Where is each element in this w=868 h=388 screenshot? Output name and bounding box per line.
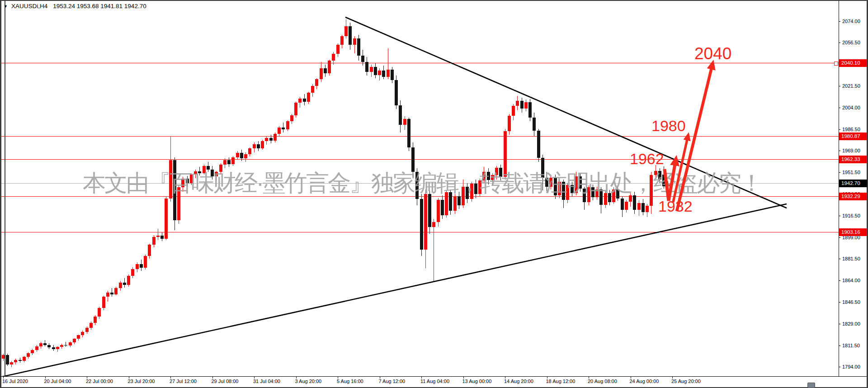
symbol-header: ▼ XAUUSDi,H4 1953.24 1953.68 1941.81 194… [4, 3, 146, 9]
price-tick-mark [839, 129, 840, 130]
line-handle[interactable] [834, 62, 838, 66]
current-price-badge: 1942.70 [839, 180, 867, 187]
price-tick-mark [839, 345, 840, 346]
time-tick-label: 13 Aug 00:00 [462, 379, 492, 384]
time-tick-label: 14 Aug 20:00 [504, 379, 533, 384]
price-tick-label: 1811.50 [842, 343, 860, 349]
level-price-badge: 1980.87 [839, 132, 867, 140]
level-price-badge: 1903.16 [839, 228, 867, 236]
window-border-left-inner [5, 1, 5, 376]
price-tick-mark [839, 21, 840, 22]
price-tick-mark [839, 86, 840, 86]
forecast-price-label[interactable]: 2040 [694, 45, 731, 62]
forecast-price-label[interactable]: 1932 [658, 199, 693, 214]
price-tick-label: 1829.00 [842, 321, 860, 327]
price-tick-label: 1986.50 [842, 127, 860, 132]
window-border-top [0, 0, 868, 1]
symbol-timeframe-label: XAUUSDi,H4 [11, 3, 47, 9]
price-tick-mark [839, 280, 840, 281]
forecast-arrows-layer[interactable] [0, 0, 868, 388]
time-tick-label: 20 Aug 08:00 [588, 379, 617, 384]
price-tick-mark [839, 216, 840, 216]
price-tick-label: 1969.00 [842, 148, 860, 154]
time-tick-label: 16 Jul 2020 [2, 379, 28, 384]
price-tick-label: 2004.00 [842, 105, 860, 111]
price-tick-mark [839, 237, 840, 238]
time-tick-label: 27 Jul 12:00 [170, 379, 197, 384]
level-price-badge: 1932.29 [839, 193, 867, 200]
window-border-left [0, 0, 1, 388]
time-tick-label: 5 Aug 16:00 [337, 379, 363, 384]
price-tick-mark [839, 259, 840, 259]
time-tick-label: 20 Jul 04:00 [44, 379, 71, 384]
time-tick-label: 3 Aug 20:00 [295, 379, 322, 384]
price-tick-mark [839, 43, 840, 43]
price-tick-label: 1951.50 [842, 170, 860, 175]
price-axis-line [839, 1, 839, 377]
forecast-price-label[interactable]: 1980 [651, 118, 686, 133]
price-tick-mark [839, 324, 840, 324]
dropdown-arrow-icon[interactable]: ▼ [4, 4, 8, 9]
price-tick-label: 1864.00 [842, 278, 860, 284]
price-tick-label: 1881.50 [842, 256, 860, 262]
ohlc-quote-text: 1953.24 1953.68 1941.81 1942.70 [53, 3, 146, 9]
price-tick-label: 2021.50 [842, 83, 860, 89]
price-tick-label: 1794.00 [842, 364, 860, 370]
quick-nav-icon[interactable] [807, 383, 815, 388]
price-tick-label: 1916.50 [842, 213, 860, 219]
price-tick-label: 1846.50 [842, 299, 860, 305]
time-tick-label: 22 Jul 00:00 [86, 379, 113, 384]
price-tick-mark [839, 151, 840, 151]
level-price-badge: 1962.33 [839, 156, 867, 163]
time-tick-label: 23 Jul 20:00 [128, 379, 155, 384]
time-tick-label: 29 Jul 08:00 [212, 379, 239, 384]
time-tick-label: 7 Aug 12:00 [379, 379, 406, 384]
chart-window[interactable]: ▼ XAUUSDi,H4 1953.24 1953.68 1941.81 194… [0, 0, 868, 388]
price-tick-mark [839, 302, 840, 303]
price-tick-mark [839, 108, 840, 108]
time-tick-label: 18 Aug 12:00 [546, 379, 576, 384]
forecast-arrow[interactable] [677, 66, 712, 211]
price-tick-label: 2074.00 [842, 19, 860, 24]
time-tick-label: 31 Jul 04:00 [253, 379, 280, 384]
level-price-badge: 2040.10 [839, 59, 867, 67]
time-tick-label: 11 Aug 04:00 [420, 379, 449, 384]
time-axis-line [0, 376, 867, 377]
forecast-price-label[interactable]: 1962 [630, 151, 664, 166]
time-tick-label: 24 Aug 00:00 [630, 379, 659, 384]
price-tick-label: 2056.50 [842, 40, 860, 46]
price-tick-mark [839, 367, 840, 367]
price-tick-mark [839, 172, 840, 173]
time-tick-label: 25 Aug 20:00 [671, 379, 701, 384]
